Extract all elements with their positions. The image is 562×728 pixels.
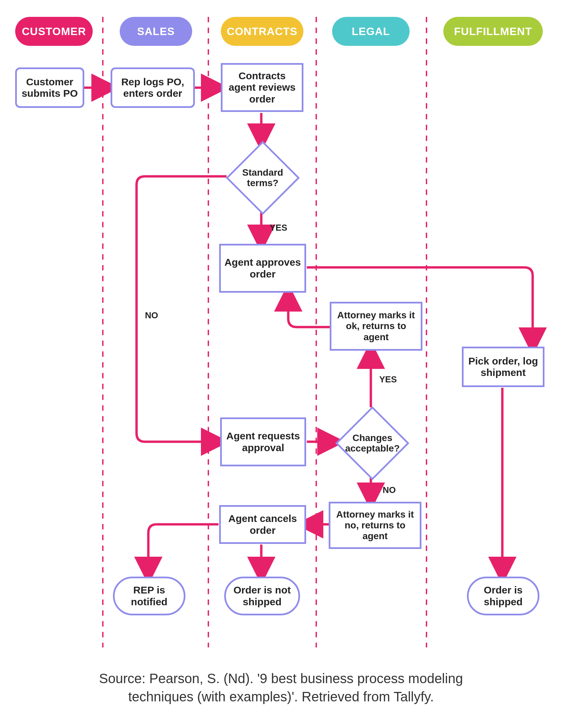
terminal-not-shipped: Order is not shipped [224,577,300,615]
node-agent-cancels: Agent cancels order [219,505,306,544]
node-pick-order: Pick order, log shipment [462,347,544,387]
flowchart-canvas: CUSTOMER SALES CONTRACTS LEGAL FULFILLME… [0,0,562,728]
lane-contracts: CONTRACTS [221,17,303,46]
lane-label: LEGAL [352,25,390,38]
lane-label: CUSTOMER [22,25,86,38]
terminal-rep-notified: REP is notified [113,577,185,615]
node-agent-reviews: Contracts agent reviews order [221,63,303,112]
label-yes-1: YES [270,223,287,233]
lane-customer: CUSTOMER [15,17,93,46]
node-attorney-no: Attorney marks it no, returns to agent [329,502,421,549]
node-attorney-ok: Attorney marks it ok, returns to agent [330,302,422,351]
label-yes-2: YES [379,374,397,385]
node-customer-po: Customer submits PO [15,67,84,108]
label-no-2: NO [383,485,396,495]
lane-label: SALES [137,25,175,38]
lane-fulfillment: FULFILLMENT [443,17,543,46]
lane-label: CONTRACTS [227,25,298,38]
node-agent-requests: Agent requests approval [220,417,306,466]
lane-label: FULFILLMENT [454,25,532,38]
lane-legal: LEGAL [332,17,410,46]
lane-sales: SALES [120,17,192,46]
source-caption: Source: Pearson, S. (Nd). '9 best busine… [0,669,562,706]
node-agent-approves: Agent approves order [219,244,306,293]
label-no-1: NO [145,310,158,321]
node-rep-logs: Rep logs PO, enters order [111,67,195,108]
terminal-shipped: Order is shipped [467,577,539,615]
